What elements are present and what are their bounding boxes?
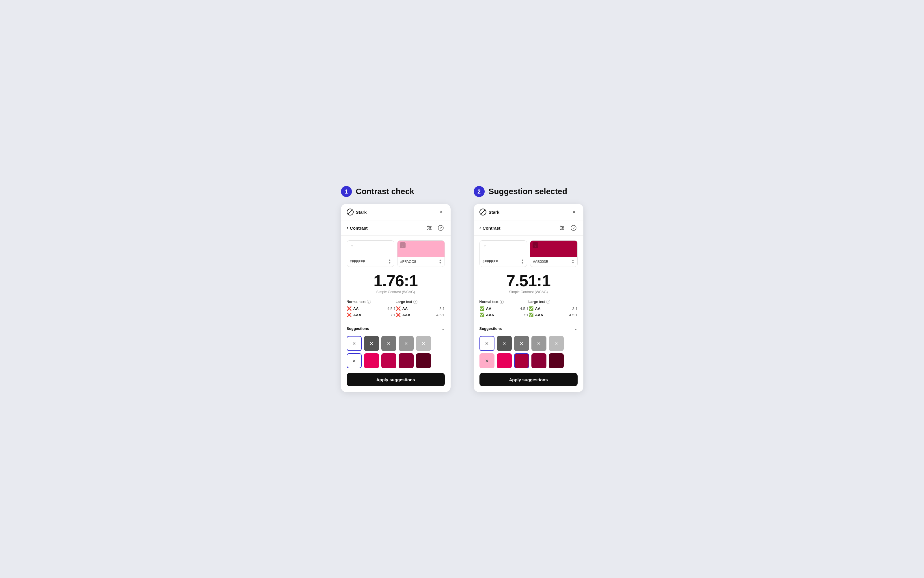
help-2-icon[interactable]: ? [570, 224, 578, 232]
panel-1-suggestion-row-2: ✕ [347, 353, 445, 368]
swatch-x-icon: ✕ [537, 341, 540, 346]
wcag2-large-aa-ratio: 3:1 [572, 307, 577, 311]
swatch-1-3[interactable]: ✕ [381, 336, 396, 351]
apply-suggestions-2-button[interactable]: Apply suggestions [479, 373, 578, 386]
panel-2-suggestions-header: Suggestions ⌄ [474, 323, 583, 334]
swatch2-1-1[interactable]: ✕ [479, 336, 495, 351]
swatch-x-icon: ✕ [404, 341, 408, 346]
panel-2-subheader-icons: ? [558, 224, 578, 232]
panel-2-header-left: Stark [479, 209, 500, 216]
panel-1-close-button[interactable]: × [438, 209, 445, 216]
panel-1-color-left[interactable]: ⌄ #FFFFFF ▲ ▼ [347, 240, 394, 267]
swatch2-1-4[interactable]: ✕ [531, 336, 547, 351]
wcag2-normal-aaa-level: AAA [486, 313, 494, 317]
filter-2-icon[interactable] [558, 224, 566, 232]
panel-1-suggestions-header: Suggestions ⌄ [341, 323, 451, 334]
section-2: 2 Suggestion selected Stark × ‹ Co [474, 186, 583, 392]
color-left-stepper[interactable]: ▲ ▼ [388, 259, 391, 264]
color2-right-stepper[interactable]: ▲ ▼ [572, 259, 574, 264]
wcag2-normal-aa-status: ✅ [479, 306, 484, 311]
swatch2-2-5[interactable] [549, 353, 564, 368]
swatch2-2-3-selected[interactable] [514, 353, 529, 368]
swatch-1-1[interactable]: ✕ [347, 336, 362, 351]
swatch-2-5[interactable] [416, 353, 431, 368]
swatch-1-2[interactable]: ✕ [364, 336, 379, 351]
wcag-large-aaa-status: ❌ [396, 313, 401, 317]
panel-1-contrast-ratio: 1.76:1 [347, 273, 445, 289]
swatch-x-icon: ✕ [485, 358, 489, 364]
wcag2-normal-aa-level: AA [486, 307, 492, 311]
svg-point-7 [428, 229, 429, 230]
panel-1-back-button[interactable]: ‹ Contrast [347, 225, 368, 231]
svg-line-11 [481, 210, 485, 214]
section-2-label: Suggestion selected [489, 187, 567, 196]
swatch-x-icon: ✕ [387, 341, 390, 346]
swatch-2-4[interactable] [399, 353, 414, 368]
swatch-2-1[interactable]: ✕ [347, 353, 362, 368]
color-left-value-row: #FFFFFF ▲ ▼ [347, 257, 394, 266]
panel-1-color-right[interactable]: ⌄ #FFACC8 ▲ ▼ [397, 240, 445, 267]
panel-2-contrast-sublabel: Simple Contrast (WCAG) [479, 290, 578, 294]
panel-1-title: Stark [356, 210, 367, 214]
wcag-normal-aa-ratio: 4.5:1 [387, 307, 396, 311]
swatch2-2-4[interactable] [531, 353, 547, 368]
color2-left-stepper[interactable]: ▲ ▼ [521, 259, 524, 264]
swatch2-2-2[interactable] [497, 353, 512, 368]
panel-2-suggestions-grid: ✕ ✕ ✕ ✕ ✕ [474, 334, 583, 370]
color-left-value: #FFFFFF [350, 260, 365, 264]
wcag-large-aaa-ratio: 4.5:1 [437, 313, 445, 317]
panel-2-subheader: ‹ Contrast [474, 221, 583, 236]
swatch2-1-2[interactable]: ✕ [497, 336, 512, 351]
large-text-info-icon[interactable]: i [413, 300, 417, 304]
swatch-2-2[interactable] [364, 353, 379, 368]
swatch2-1-5[interactable]: ✕ [549, 336, 564, 351]
wcag2-large-aaa: ✅ AAA 4.5:1 [529, 313, 578, 317]
swatch2-2-1[interactable]: ✕ [479, 353, 495, 368]
swatch-1-5[interactable]: ✕ [416, 336, 431, 351]
filter-icon[interactable] [425, 224, 433, 232]
color-right-stepper[interactable]: ▲ ▼ [439, 259, 442, 264]
panel-1-normal-text-col: Normal text i ❌ AA 4.5:1 ❌ AAA 7:1 [347, 300, 396, 319]
apply-suggestions-button[interactable]: Apply suggestions [347, 373, 445, 386]
panel-2-wcag-table: Normal text i ✅ AA 4.5:1 ✅ AAA 7:1 [474, 297, 583, 323]
panel-2-large-text-header: Large text i [529, 300, 578, 304]
panel-2-color-right[interactable]: ⌄ #AB003B ▲ ▼ [530, 240, 578, 267]
section-2-title: 2 Suggestion selected [474, 186, 567, 197]
panel-2-suggestions-chevron[interactable]: ⌄ [574, 326, 578, 331]
wcag2-large-aaa-status: ✅ [529, 313, 534, 317]
panel-2-close-button[interactable]: × [571, 209, 578, 216]
panel-1-suggestions-chevron[interactable]: ⌄ [441, 326, 445, 331]
color-left-dropdown[interactable]: ⌄ [349, 242, 355, 248]
stark-logo-icon [347, 209, 354, 216]
color2-left-dropdown[interactable]: ⌄ [482, 242, 488, 248]
wcag2-large-aaa-level: AAA [535, 313, 543, 317]
page-wrapper: 1 Contrast check Stark × ‹ [341, 186, 583, 392]
swatch-1-4[interactable]: ✕ [399, 336, 414, 351]
panel-2-back-button[interactable]: ‹ Contrast [479, 225, 500, 231]
wcag2-normal-aaa: ✅ AAA 7:1 [479, 313, 529, 317]
panel-2-color-left[interactable]: ⌄ #FFFFFF ▲ ▼ [479, 240, 527, 267]
panel-1-suggestions-grid: ✕ ✕ ✕ ✕ ✕ [341, 334, 451, 370]
help-icon[interactable]: ? [437, 224, 445, 232]
panel-1-contrast-sublabel: Simple Contrast (WCAG) [347, 290, 445, 294]
normal-text-2-info-icon[interactable]: i [500, 300, 504, 304]
section-2-badge: 2 [474, 186, 485, 197]
panel-2-suggestions-label: Suggestions [479, 326, 502, 331]
wcag2-normal-aa: ✅ AA 4.5:1 [479, 306, 529, 311]
color-right-dropdown[interactable]: ⌄ [400, 242, 406, 248]
wcag2-normal-aa-ratio: 4.5:1 [520, 307, 529, 311]
panel-2-header: Stark × [474, 204, 583, 221]
normal-text-info-icon[interactable]: i [367, 300, 371, 304]
large-text-2-info-icon[interactable]: i [546, 300, 550, 304]
svg-point-15 [560, 226, 562, 227]
wcag2-large-aa-status: ✅ [529, 306, 534, 311]
color2-right-dropdown[interactable]: ⌄ [532, 242, 538, 248]
wcag-normal-aaa-level: AAA [353, 313, 361, 317]
panel-1-suggestion-row-1: ✕ ✕ ✕ ✕ ✕ [347, 336, 445, 351]
swatch-2-3[interactable] [381, 353, 396, 368]
swatch2-1-3[interactable]: ✕ [514, 336, 529, 351]
color-right-value: #FFACC8 [400, 260, 416, 264]
wcag-normal-aaa: ❌ AAA 7:1 [347, 313, 396, 317]
panel-1: Stark × ‹ Contrast [341, 204, 451, 392]
panel-2: Stark × ‹ Contrast [474, 204, 583, 392]
